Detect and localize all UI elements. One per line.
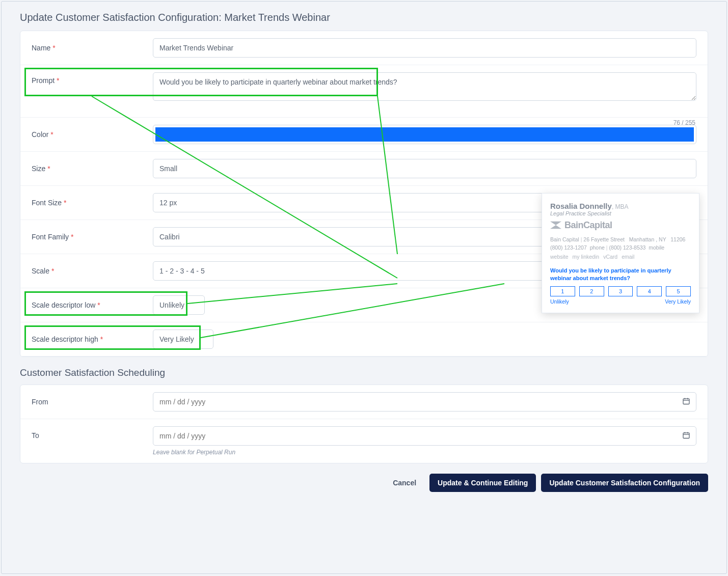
preview-logo: BainCapital <box>550 220 691 231</box>
preview-question: Would you be likely to participate in qu… <box>550 267 691 283</box>
config-card: Name * Prompt * 76 / 255 Color * Size * … <box>20 31 708 357</box>
preview-scale-4[interactable]: 4 <box>637 286 662 296</box>
preview-scale-3[interactable]: 3 <box>608 286 633 296</box>
preview-address: Bain Capital|26 Fayette Street Manhattan… <box>550 236 691 252</box>
input-scale-low[interactable] <box>153 295 205 315</box>
preview-scale-1[interactable]: 1 <box>550 286 575 296</box>
preview-scale: 1 2 3 4 5 <box>550 286 691 296</box>
label-scale-low: Scale descriptor low * <box>32 301 153 309</box>
row-color: Color * <box>20 118 708 152</box>
preview-company: BainCapital <box>564 220 612 231</box>
input-to-date[interactable] <box>153 426 696 446</box>
preview-scale-labels: Unlikely Very Likely <box>550 298 691 305</box>
input-from-date[interactable] <box>153 392 696 412</box>
label-font-size: Font Size * <box>32 199 153 207</box>
input-name[interactable] <box>153 38 696 58</box>
page-container: Update Customer Satisfaction Configurati… <box>1 1 727 574</box>
input-scale-high[interactable] <box>153 330 213 349</box>
label-font-family: Font Family * <box>32 233 153 241</box>
row-to: To Leave blank for Perpetual Run <box>20 419 708 463</box>
color-swatch <box>155 127 694 142</box>
preview-card: Rosalia Donnelly, MBA Legal Practice Spe… <box>542 193 699 313</box>
svg-rect-6 <box>683 399 689 404</box>
scheduling-card: From To Leave blank for Perpetual Run <box>20 385 708 463</box>
update-continue-button[interactable]: Update & Continue Editing <box>429 474 536 492</box>
svg-marker-1 <box>550 225 561 229</box>
scheduling-title: Customer Satisfaction Scheduling <box>20 367 708 378</box>
input-color[interactable] <box>153 125 696 144</box>
update-button[interactable]: Update Customer Satisfaction Configurati… <box>541 474 708 492</box>
row-name: Name * <box>20 31 708 65</box>
label-color: Color * <box>32 130 153 139</box>
to-hint: Leave blank for Perpetual Run <box>153 449 696 456</box>
row-from: From <box>20 385 708 419</box>
page-title: Update Customer Satisfaction Configurati… <box>20 12 708 23</box>
label-size: Size * <box>32 164 153 173</box>
label-scale-high: Scale descriptor high * <box>32 335 153 343</box>
svg-rect-10 <box>683 433 689 438</box>
label-from: From <box>32 398 153 406</box>
preview-scale-2[interactable]: 2 <box>579 286 604 296</box>
preview-links: websitemy linkedinvCardemail <box>550 254 691 260</box>
row-prompt: Prompt * 76 / 255 <box>20 65 708 118</box>
input-prompt[interactable] <box>153 72 696 101</box>
row-size: Size * <box>20 152 708 186</box>
input-size[interactable] <box>153 159 696 178</box>
actions-bar: Cancel Update & Continue Editing Update … <box>20 474 708 492</box>
preview-scale-5[interactable]: 5 <box>666 286 691 296</box>
row-scale-high: Scale descriptor high * <box>20 322 708 356</box>
label-prompt: Prompt * <box>32 72 153 85</box>
calendar-icon[interactable] <box>682 397 690 407</box>
label-to: To <box>32 426 153 440</box>
bain-logo-icon <box>550 220 561 231</box>
preview-role: Legal Practice Specialist <box>550 210 691 216</box>
calendar-icon[interactable] <box>682 431 690 441</box>
label-scale: Scale * <box>32 267 153 275</box>
cancel-button[interactable]: Cancel <box>385 474 424 492</box>
label-name: Name * <box>32 44 153 52</box>
preview-contact-name: Rosalia Donnelly, MBA <box>550 202 691 210</box>
svg-marker-0 <box>550 222 561 225</box>
